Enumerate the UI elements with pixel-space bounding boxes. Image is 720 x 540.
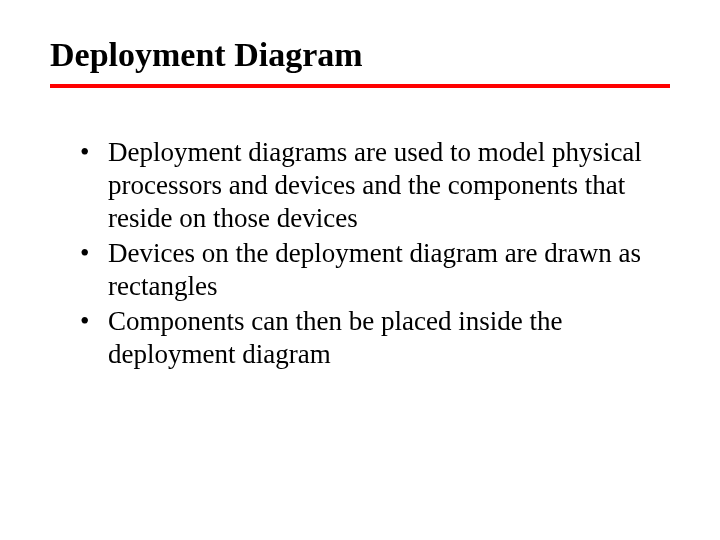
- title-underline: [50, 84, 670, 88]
- list-item: Deployment diagrams are used to model ph…: [80, 136, 670, 235]
- list-item: Components can then be placed inside the…: [80, 305, 670, 371]
- bullet-list: Deployment diagrams are used to model ph…: [50, 136, 670, 371]
- slide-title: Deployment Diagram: [50, 36, 670, 74]
- list-item: Devices on the deployment diagram are dr…: [80, 237, 670, 303]
